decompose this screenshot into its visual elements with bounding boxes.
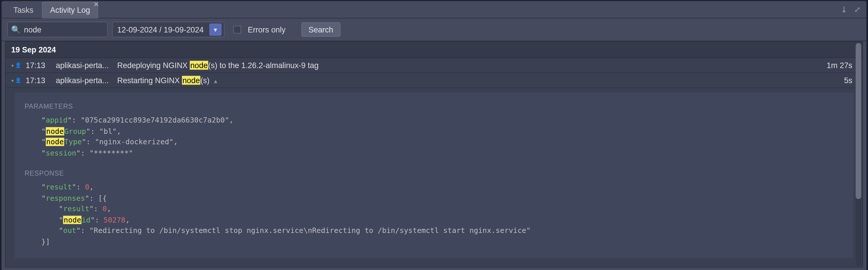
response-heading: RESPONSE bbox=[25, 168, 844, 178]
user-action-icon bbox=[11, 76, 20, 84]
tab-activity-log[interactable]: Activity Log ✕ bbox=[42, 2, 98, 19]
parameters-heading: PARAMETERS bbox=[25, 101, 844, 111]
close-icon[interactable]: ✕ bbox=[93, 1, 99, 8]
scrollbar-track[interactable] bbox=[856, 43, 861, 266]
date-range-box[interactable]: 12-09-2024 / 19-09-2024 ▼ bbox=[112, 22, 224, 37]
parameters-block: "appid": "075ca2991cc893e74192da6630c7a2… bbox=[41, 115, 843, 158]
log-row[interactable]: 17:13 aplikasi-perta... Restarting NGINX… bbox=[5, 73, 862, 88]
response-block: "result": 0, "responses": [{ "result": 0… bbox=[41, 182, 843, 247]
collapse-icon[interactable]: ▲ bbox=[213, 78, 218, 84]
window-controls: ⤓ ⤢ bbox=[841, 5, 867, 14]
scrollbar-thumb[interactable] bbox=[856, 43, 861, 199]
download-icon[interactable]: ⤓ bbox=[841, 5, 847, 14]
activity-log-window: Tasks Activity Log ✕ ⤓ ⤢ 🔍 ✕ 12-09-2024 … bbox=[1, 1, 867, 270]
log-message: Restarting NGINX node(s)▲ bbox=[117, 76, 838, 85]
log-env: aplikasi-perta... bbox=[56, 76, 112, 85]
tab-activity-log-label: Activity Log bbox=[50, 5, 90, 14]
date-range-text: 12-09-2024 / 19-09-2024 bbox=[117, 25, 204, 34]
errors-only-label: Errors only bbox=[248, 25, 285, 34]
log-details: PARAMETERS "appid": "075ca2991cc893e7419… bbox=[14, 93, 854, 258]
search-box: 🔍 ✕ bbox=[7, 22, 107, 37]
errors-only-checkbox[interactable] bbox=[233, 26, 241, 34]
log-message: Redeploying NGINX node(s) to the 1.26.2-… bbox=[117, 61, 821, 70]
log-duration: 5s bbox=[844, 76, 857, 85]
tabs-row: Tasks Activity Log ✕ ⤓ ⤢ bbox=[2, 1, 866, 19]
log-time: 17:13 bbox=[26, 61, 51, 70]
search-highlight: node bbox=[190, 61, 208, 70]
log-time: 17:13 bbox=[26, 76, 51, 85]
search-highlight: node bbox=[182, 76, 200, 85]
log-duration: 1m 27s bbox=[827, 61, 857, 70]
search-input[interactable] bbox=[24, 25, 122, 34]
tab-tasks[interactable]: Tasks bbox=[5, 2, 42, 19]
log-env: aplikasi-perta... bbox=[56, 61, 112, 70]
log-content: 19 Sep 2024 17:13 aplikasi-perta... Rede… bbox=[5, 41, 863, 267]
user-action-icon bbox=[11, 61, 20, 69]
expand-icon[interactable]: ⤢ bbox=[854, 5, 861, 14]
search-button[interactable]: Search bbox=[301, 22, 340, 37]
log-row[interactable]: 17:13 aplikasi-perta... Redeploying NGIN… bbox=[5, 58, 862, 73]
search-icon: 🔍 bbox=[11, 25, 21, 34]
date-group-header: 19 Sep 2024 bbox=[5, 42, 862, 58]
filter-row: 🔍 ✕ 12-09-2024 / 19-09-2024 ▼ Errors onl… bbox=[2, 19, 866, 41]
chevron-down-icon[interactable]: ▼ bbox=[209, 24, 221, 36]
